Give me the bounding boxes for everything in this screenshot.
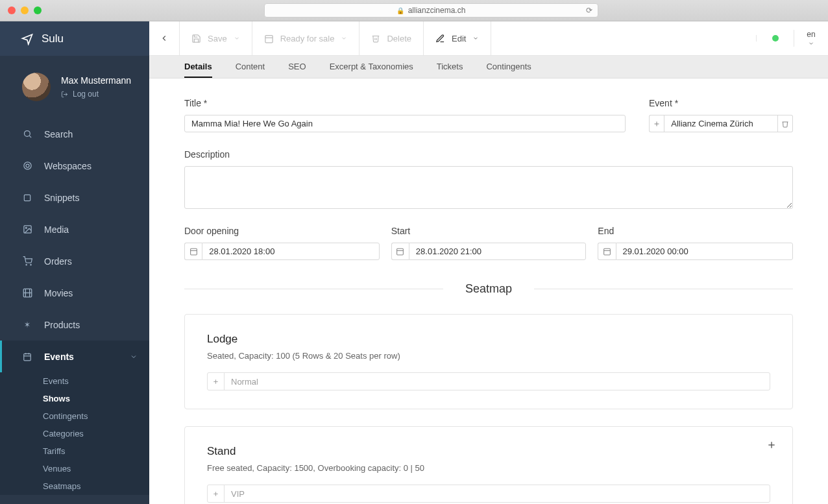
subnav-item-shows[interactable]: Shows xyxy=(0,390,149,407)
delete-label: Delete xyxy=(387,34,411,43)
delete-button[interactable]: Delete xyxy=(359,21,424,55)
sidebar-subnav-events: Events Shows Contingents Categories Tari… xyxy=(0,372,149,495)
maximize-window-icon[interactable] xyxy=(34,6,42,14)
svg-point-4 xyxy=(26,164,29,167)
tab-seo[interactable]: SEO xyxy=(288,56,306,78)
plus-icon xyxy=(212,490,219,498)
chevron-left-icon xyxy=(160,34,169,43)
tabs: Details Content SEO Excerpt & Taxonomies… xyxy=(149,56,828,78)
brand[interactable]: Sulu xyxy=(0,21,149,56)
section-tag-input[interactable]: VIP xyxy=(207,485,770,503)
event-input[interactable] xyxy=(664,115,777,132)
description-label: Description xyxy=(184,149,793,160)
language-label: en xyxy=(807,30,815,39)
url-text: allianzcinema.ch xyxy=(408,6,466,15)
chevron-down-icon xyxy=(341,35,347,42)
sidebar-item-search[interactable]: Search xyxy=(0,118,149,150)
minimize-window-icon[interactable] xyxy=(21,6,29,14)
plus-icon xyxy=(653,120,661,128)
tab-excerpt[interactable]: Excerpt & Taxonomies xyxy=(330,56,413,78)
window-controls xyxy=(8,6,42,14)
sidebar-item-label: Snippets xyxy=(44,193,79,203)
seatmap-section-stand: Stand Free seated, Capacity: 1500, Overb… xyxy=(184,426,793,504)
content-area: Title * Event * xyxy=(149,78,828,504)
seatmap-section-lodge: Lodge Seated, Capacity: 100 (5 Rows & 20… xyxy=(184,314,793,409)
url-bar[interactable]: 🔒 allianzcinema.ch ⟳ xyxy=(264,3,598,18)
chevron-down-icon xyxy=(234,35,240,42)
sidebar-item-webspaces[interactable]: Webspaces xyxy=(0,150,149,182)
toolbar: Save Ready for sale Delete Edit xyxy=(149,21,828,56)
subnav-item-categories[interactable]: Categories xyxy=(0,425,149,442)
section-tag-input[interactable]: Normal xyxy=(207,372,770,390)
svg-point-3 xyxy=(23,162,30,169)
door-input[interactable] xyxy=(202,243,380,260)
language-selector[interactable]: en xyxy=(794,30,828,47)
user-name: Max Mustermann xyxy=(61,75,131,86)
description-input[interactable] xyxy=(184,166,793,209)
calendar-icon[interactable] xyxy=(391,243,409,260)
subnav-item-events[interactable]: Events xyxy=(0,372,149,390)
subnav-item-seatmaps[interactable]: Seatmaps xyxy=(0,477,149,495)
save-label: Save xyxy=(208,34,227,43)
svg-point-7 xyxy=(25,227,27,228)
lock-icon: 🔒 xyxy=(396,7,404,14)
pencil-icon xyxy=(435,34,445,43)
sidebar-item-label: Search xyxy=(44,129,73,139)
sidebar-item-movies[interactable]: Movies xyxy=(0,277,149,309)
svg-rect-14 xyxy=(24,354,31,361)
remove-event-button[interactable] xyxy=(778,115,793,132)
avatar[interactable] xyxy=(22,73,51,101)
add-event-button[interactable] xyxy=(649,115,664,132)
calendar-icon xyxy=(22,352,32,362)
tab-content[interactable]: Content xyxy=(236,56,265,78)
sidebar-item-label: Products xyxy=(44,320,80,330)
sidebar-item-label: Webspaces xyxy=(44,161,91,171)
snippet-icon xyxy=(22,193,32,203)
tab-contingents[interactable]: Contingents xyxy=(486,56,531,78)
ready-for-sale-button[interactable]: Ready for sale xyxy=(252,21,360,55)
subnav-item-venues[interactable]: Venues xyxy=(0,460,149,477)
browser-chrome: 🔒 allianzcinema.ch ⟳ xyxy=(0,0,828,21)
subnav-item-tariffs[interactable]: Tariffs xyxy=(0,442,149,460)
sidebar-item-label: Orders xyxy=(44,256,72,267)
trash-icon xyxy=(371,34,380,43)
logout-link[interactable]: Log out xyxy=(61,90,131,99)
title-label: Title * xyxy=(184,98,626,108)
title-input[interactable] xyxy=(184,115,626,132)
end-label: End xyxy=(598,226,793,236)
svg-point-9 xyxy=(30,265,30,265)
sidebar: Sulu Max Mustermann Log out Search xyxy=(0,21,149,504)
sidebar-item-products[interactable]: Products xyxy=(0,309,149,341)
end-input[interactable] xyxy=(616,243,794,260)
tag-value: VIP xyxy=(225,485,770,502)
svg-rect-22 xyxy=(190,248,197,255)
status-indicator[interactable] xyxy=(756,35,794,42)
calendar-icon[interactable] xyxy=(598,243,615,260)
save-button[interactable]: Save xyxy=(180,21,252,55)
start-input[interactable] xyxy=(409,243,587,260)
svg-point-8 xyxy=(26,265,27,265)
edit-button[interactable]: Edit xyxy=(424,21,491,55)
tab-tickets[interactable]: Tickets xyxy=(437,56,463,78)
section-title: Stand xyxy=(207,445,770,458)
logout-label: Log out xyxy=(73,90,99,99)
close-window-icon[interactable] xyxy=(8,6,16,14)
tab-details[interactable]: Details xyxy=(184,56,212,78)
section-meta: Free seated, Capacity: 1500, Overbooking… xyxy=(207,463,770,473)
sidebar-item-snippets[interactable]: Snippets xyxy=(0,182,149,213)
back-button[interactable] xyxy=(149,21,180,55)
sidebar-item-label: Media xyxy=(44,224,69,235)
sidebar-item-media[interactable]: Media xyxy=(0,213,149,245)
edit-label: Edit xyxy=(452,34,466,43)
subnav-item-contingents[interactable]: Contingents xyxy=(0,407,149,425)
reload-icon[interactable]: ⟳ xyxy=(586,6,592,15)
sidebar-item-orders[interactable]: Orders xyxy=(0,245,149,277)
calendar-icon[interactable] xyxy=(184,243,202,260)
add-tag-button[interactable] xyxy=(208,485,225,502)
sidebar-item-events[interactable]: Events xyxy=(0,341,149,372)
svg-rect-5 xyxy=(24,195,30,200)
expand-button[interactable] xyxy=(766,440,777,450)
tag-value: Normal xyxy=(225,373,770,390)
add-tag-button[interactable] xyxy=(208,373,225,390)
image-icon xyxy=(22,224,32,235)
